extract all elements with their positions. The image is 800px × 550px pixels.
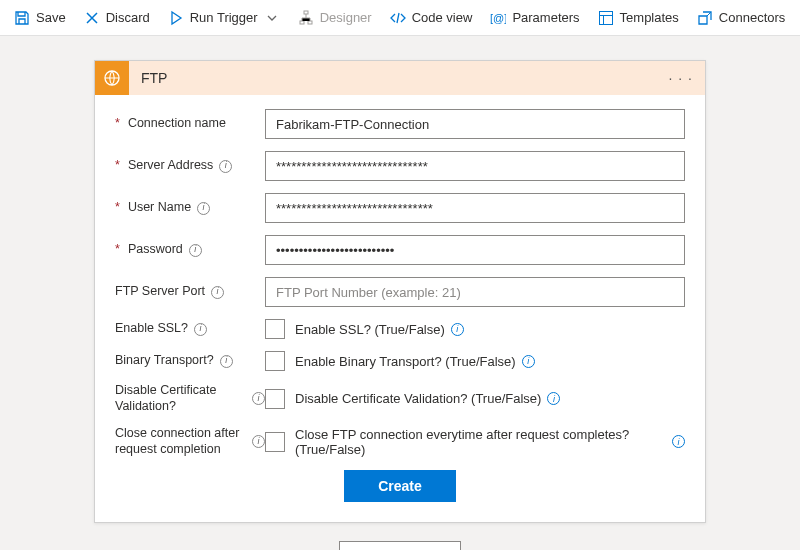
create-button[interactable]: Create bbox=[344, 470, 456, 502]
discard-label: Discard bbox=[106, 10, 150, 25]
chevron-down-icon bbox=[264, 10, 280, 26]
card-body: *Connection name *Server Addressi *User … bbox=[95, 95, 705, 522]
info-icon[interactable]: i bbox=[547, 392, 560, 405]
disable-cert-checkbox[interactable] bbox=[265, 389, 285, 409]
run-trigger-button[interactable]: Run Trigger bbox=[160, 6, 288, 30]
ftp-port-label: FTP Server Porti bbox=[115, 284, 265, 300]
connectors-icon bbox=[697, 10, 713, 26]
toolbar: Save Discard Run Trigger Designer Code v… bbox=[0, 0, 800, 36]
save-label: Save bbox=[36, 10, 66, 25]
play-icon bbox=[168, 10, 184, 26]
info-icon[interactable]: i bbox=[219, 160, 232, 173]
user-name-label: *User Namei bbox=[115, 200, 265, 216]
connection-name-label: *Connection name bbox=[115, 116, 265, 132]
close-conn-check-label: Close FTP connection everytime after req… bbox=[295, 427, 685, 457]
connectors-button[interactable]: Connectors bbox=[689, 6, 793, 30]
designer-label: Designer bbox=[320, 10, 372, 25]
enable-ssl-label: Enable SSL?i bbox=[115, 321, 265, 337]
disable-cert-label: Disable Certificate Validation?i bbox=[115, 383, 265, 414]
info-icon[interactable]: i bbox=[197, 202, 210, 215]
discard-button[interactable]: Discard bbox=[76, 6, 158, 30]
info-icon[interactable]: i bbox=[252, 435, 265, 448]
card-title: FTP bbox=[129, 70, 657, 86]
discard-icon bbox=[84, 10, 100, 26]
disable-cert-check-label: Disable Certificate Validation? (True/Fa… bbox=[295, 391, 560, 406]
new-step-button[interactable]: + New step bbox=[339, 541, 462, 551]
svg-text:[@]: [@] bbox=[490, 12, 506, 24]
info-icon[interactable]: i bbox=[220, 355, 233, 368]
designer-canvas: FTP · · · *Connection name *Server Addre… bbox=[0, 36, 800, 550]
parameters-label: Parameters bbox=[512, 10, 579, 25]
ftp-connector-card: FTP · · · *Connection name *Server Addre… bbox=[94, 60, 706, 523]
parameters-icon: [@] bbox=[490, 10, 506, 26]
close-conn-checkbox[interactable] bbox=[265, 432, 285, 452]
info-icon[interactable]: i bbox=[522, 355, 535, 368]
templates-label: Templates bbox=[620, 10, 679, 25]
code-icon bbox=[390, 10, 406, 26]
info-icon[interactable]: i bbox=[672, 435, 685, 448]
templates-icon bbox=[598, 10, 614, 26]
info-icon[interactable]: i bbox=[252, 392, 265, 405]
binary-transport-check-label: Enable Binary Transport? (True/False)i bbox=[295, 354, 535, 369]
user-name-input[interactable] bbox=[265, 193, 685, 223]
ftp-port-input[interactable] bbox=[265, 277, 685, 307]
code-view-label: Code view bbox=[412, 10, 473, 25]
info-icon[interactable]: i bbox=[194, 323, 207, 336]
binary-transport-label: Binary Transport?i bbox=[115, 353, 265, 369]
connection-name-input[interactable] bbox=[265, 109, 685, 139]
card-header[interactable]: FTP · · · bbox=[95, 61, 705, 95]
parameters-button[interactable]: [@] Parameters bbox=[482, 6, 587, 30]
save-icon bbox=[14, 10, 30, 26]
svg-rect-1 bbox=[300, 21, 304, 24]
password-label: *Passwordi bbox=[115, 242, 265, 258]
ftp-connector-icon bbox=[95, 61, 129, 95]
binary-transport-checkbox[interactable] bbox=[265, 351, 285, 371]
svg-rect-2 bbox=[308, 21, 312, 24]
password-input[interactable] bbox=[265, 235, 685, 265]
close-conn-label: Close connection after request completio… bbox=[115, 426, 265, 457]
code-view-button[interactable]: Code view bbox=[382, 6, 481, 30]
templates-button[interactable]: Templates bbox=[590, 6, 687, 30]
svg-rect-4 bbox=[599, 11, 612, 24]
connectors-label: Connectors bbox=[719, 10, 785, 25]
server-address-input[interactable] bbox=[265, 151, 685, 181]
enable-ssl-check-label: Enable SSL? (True/False)i bbox=[295, 322, 464, 337]
save-button[interactable]: Save bbox=[6, 6, 74, 30]
enable-ssl-checkbox[interactable] bbox=[265, 319, 285, 339]
run-trigger-label: Run Trigger bbox=[190, 10, 258, 25]
info-icon[interactable]: i bbox=[211, 286, 224, 299]
server-address-label: *Server Addressi bbox=[115, 158, 265, 174]
info-icon[interactable]: i bbox=[189, 244, 202, 257]
card-menu-button[interactable]: · · · bbox=[657, 70, 705, 86]
info-icon[interactable]: i bbox=[451, 323, 464, 336]
svg-rect-0 bbox=[304, 11, 308, 14]
designer-icon bbox=[298, 10, 314, 26]
designer-button: Designer bbox=[290, 6, 380, 30]
